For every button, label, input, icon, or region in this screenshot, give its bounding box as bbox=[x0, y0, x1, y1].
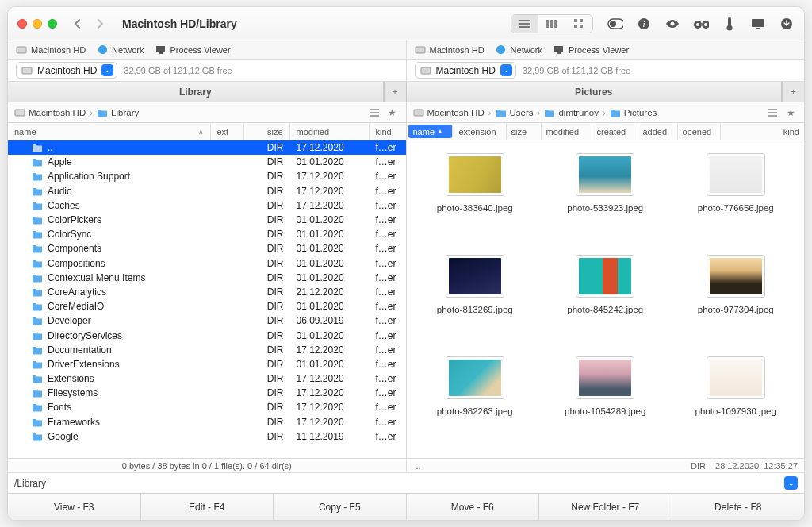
file-row[interactable]: ColorSyncDIR01.01.2020f…er bbox=[8, 227, 406, 241]
col-ext[interactable]: ext bbox=[211, 123, 244, 140]
thermometer-icon[interactable] bbox=[722, 17, 737, 31]
col-kind[interactable]: kind bbox=[721, 123, 805, 140]
file-row[interactable]: CompositionsDIR01.01.2020f…er bbox=[8, 256, 406, 271]
view-columns-button[interactable] bbox=[538, 15, 565, 33]
thumbnail-frame bbox=[446, 255, 504, 298]
close-icon[interactable] bbox=[17, 19, 27, 29]
volume-selector-right[interactable]: Macintosh HD ⌄ bbox=[415, 62, 516, 79]
forward-button[interactable] bbox=[90, 14, 109, 33]
monitor-icon[interactable] bbox=[750, 18, 766, 29]
icon-view[interactable]: photo-383640.jpegphoto-533923.jpegphoto-… bbox=[407, 140, 805, 458]
chevron-down-icon[interactable]: ⌄ bbox=[102, 64, 113, 76]
file-row[interactable]: Contextual Menu ItemsDIR01.01.2020f…er bbox=[8, 271, 406, 285]
command-input[interactable] bbox=[54, 476, 776, 490]
thumbnail-item[interactable]: photo-813269.jpeg bbox=[412, 255, 539, 353]
download-icon[interactable] bbox=[779, 17, 795, 30]
volume-selector-left[interactable]: Macintosh HD ⌄ bbox=[16, 62, 117, 79]
tab-network-left[interactable]: Network bbox=[97, 44, 144, 56]
eye-icon[interactable] bbox=[665, 18, 680, 29]
tab-process-right[interactable]: Process Viewer bbox=[553, 44, 629, 56]
fkey-button[interactable]: View - F3 bbox=[8, 494, 141, 520]
fkey-button[interactable]: New Folder - F7 bbox=[539, 494, 672, 520]
svg-rect-21 bbox=[17, 47, 26, 53]
thumbnail-item[interactable]: photo-982263.jpeg bbox=[412, 356, 539, 455]
breadcrumb-item[interactable]: Macintosh HD bbox=[14, 107, 86, 118]
file-row[interactable]: DirectoryServicesDIR01.01.2020f…er bbox=[8, 328, 406, 342]
tab-process-left[interactable]: Process Viewer bbox=[155, 44, 230, 56]
file-row[interactable]: DocumentationDIR17.12.2020f…er bbox=[8, 343, 406, 357]
fkey-button[interactable]: Delete - F8 bbox=[672, 494, 805, 520]
list-toggle-icon[interactable] bbox=[367, 109, 381, 117]
col-modified[interactable]: modified bbox=[290, 123, 370, 140]
col-created[interactable]: created bbox=[592, 123, 638, 140]
file-row[interactable]: DeveloperDIR06.09.2019f…er bbox=[8, 314, 406, 328]
col-name[interactable]: name∧ bbox=[8, 123, 211, 140]
breadcrumb-item[interactable]: Library bbox=[97, 107, 139, 118]
favorite-icon[interactable]: ★ bbox=[783, 107, 798, 118]
file-row[interactable]: ComponentsDIR01.01.2020f…er bbox=[8, 241, 406, 256]
list-toggle-icon[interactable] bbox=[765, 109, 779, 117]
breadcrumb-item[interactable]: Pictures bbox=[610, 107, 657, 118]
file-row[interactable]: DriverExtensionsDIR01.01.2020f…er bbox=[8, 357, 406, 371]
col-name[interactable]: name▲ bbox=[408, 125, 453, 138]
tab-volumes-right[interactable]: Macintosh HD bbox=[415, 44, 485, 56]
file-row[interactable]: FrameworksDIR17.12.2020f…er bbox=[8, 415, 406, 429]
zoom-icon[interactable] bbox=[48, 19, 57, 29]
tab-volumes-left[interactable]: Macintosh HD bbox=[16, 44, 86, 56]
col-size[interactable]: size bbox=[244, 123, 290, 140]
breadcrumb-left: Macintosh HD›Library bbox=[14, 107, 363, 118]
minimize-icon[interactable] bbox=[33, 19, 42, 29]
fkey-button[interactable]: Copy - F5 bbox=[274, 494, 407, 520]
file-row[interactable]: CoreMediaIODIR01.01.2020f…er bbox=[8, 299, 406, 314]
file-row[interactable]: AudioDIR17.12.2020f…er bbox=[8, 184, 406, 198]
file-list[interactable]: ..DIR17.12.2020f…erAppleDIR01.01.2020f…e… bbox=[8, 140, 406, 458]
breadcrumb-item[interactable]: Macintosh HD bbox=[413, 107, 485, 118]
col-added[interactable]: added bbox=[638, 123, 678, 140]
thumbnail-item[interactable]: photo-1097930.jpeg bbox=[672, 356, 800, 455]
status-time: 28.12.2020, 12:35:27 bbox=[715, 461, 798, 471]
tab-network-right[interactable]: Network bbox=[496, 44, 542, 56]
file-row[interactable]: FontsDIR17.12.2020f…er bbox=[8, 400, 406, 414]
breadcrumb-item[interactable]: dimtrunov bbox=[544, 107, 599, 118]
svg-point-8 bbox=[610, 21, 616, 27]
thumbnail-frame bbox=[707, 153, 765, 196]
pane-tab-row: Library + Pictures + bbox=[8, 82, 804, 102]
file-row[interactable]: Application SupportDIR17.12.2020f…er bbox=[8, 169, 406, 183]
binoculars-icon[interactable] bbox=[693, 18, 709, 29]
pane-tab-left[interactable]: Library bbox=[8, 82, 384, 102]
file-row[interactable]: ExtensionsDIR17.12.2020f…er bbox=[8, 371, 406, 386]
thumbnail-item[interactable]: photo-383640.jpeg bbox=[412, 153, 539, 252]
file-row[interactable]: ColorPickersDIR01.01.2020f…er bbox=[8, 213, 406, 227]
col-modified[interactable]: modified bbox=[542, 123, 592, 140]
view-list-button[interactable] bbox=[511, 15, 538, 33]
file-row[interactable]: FilesystemsDIR17.12.2020f…er bbox=[8, 386, 406, 400]
chevron-down-icon[interactable]: ⌄ bbox=[500, 64, 512, 76]
thumbnail-item[interactable]: photo-776656.jpeg bbox=[672, 153, 800, 252]
thumbnail-item[interactable]: photo-1054289.jpeg bbox=[542, 356, 669, 455]
col-kind[interactable]: kind bbox=[370, 123, 406, 140]
info-icon[interactable]: i bbox=[636, 17, 652, 30]
thumbnail-item[interactable]: photo-533923.jpeg bbox=[542, 153, 669, 252]
file-row[interactable]: CoreAnalyticsDIR21.12.2020f…er bbox=[8, 285, 406, 299]
thumbnail-label: photo-1097930.jpeg bbox=[695, 406, 776, 417]
toggle-icon[interactable] bbox=[607, 18, 623, 29]
fkey-button[interactable]: Move - F6 bbox=[407, 494, 540, 520]
pane-tab-right[interactable]: Pictures bbox=[407, 82, 783, 102]
col-size[interactable]: size bbox=[507, 123, 542, 140]
col-opened[interactable]: opened bbox=[678, 123, 721, 140]
fkey-button[interactable]: Edit - F4 bbox=[141, 494, 274, 520]
new-tab-left[interactable]: + bbox=[384, 82, 406, 102]
favorite-icon[interactable]: ★ bbox=[385, 107, 400, 118]
back-button[interactable] bbox=[68, 14, 87, 33]
breadcrumb-item[interactable]: Users bbox=[496, 107, 534, 118]
thumbnail-item[interactable]: photo-977304.jpeg bbox=[672, 255, 800, 353]
col-extension[interactable]: extension bbox=[454, 123, 507, 140]
file-row[interactable]: AppleDIR01.01.2020f…er bbox=[8, 155, 406, 169]
file-row[interactable]: ..DIR17.12.2020f…er bbox=[8, 140, 406, 155]
view-grid-button[interactable] bbox=[565, 15, 592, 33]
new-tab-right[interactable]: + bbox=[782, 82, 804, 102]
file-row[interactable]: CachesDIR17.12.2020f…er bbox=[8, 198, 406, 213]
thumbnail-item[interactable]: photo-845242.jpeg bbox=[542, 255, 669, 353]
command-dropdown[interactable]: ⌄ bbox=[784, 476, 798, 490]
file-row[interactable]: GoogleDIR11.12.2019f…er bbox=[8, 429, 406, 444]
